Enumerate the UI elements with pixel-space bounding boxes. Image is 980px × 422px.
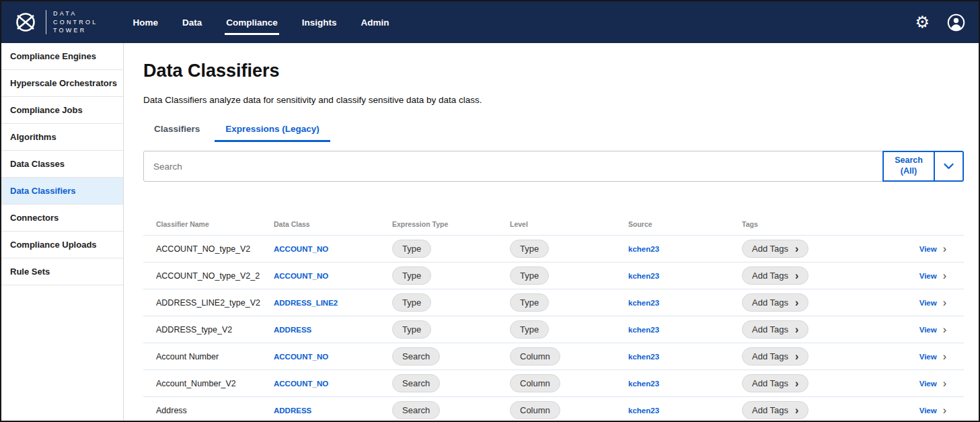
level-badge: Type: [510, 267, 549, 285]
add-tags-button[interactable]: Add Tags ›: [742, 267, 808, 285]
top-nav: Home Data Compliance Insights Admin: [133, 1, 389, 43]
table-header: Classifier Name Data Class Expression Ty…: [143, 213, 964, 236]
sidebar-item-label: Data Classifiers: [10, 186, 76, 196]
data-class-link[interactable]: ACCOUNT_NO: [274, 380, 392, 388]
add-tags-button[interactable]: Add Tags ›: [742, 293, 808, 312]
table-row: ADDRESS_type_V2 ADDRESS Type Type kchen2…: [143, 316, 964, 343]
topbar: DATA CONTROL TOWER Home Data Compliance …: [1, 1, 979, 43]
view-label: View: [919, 299, 937, 307]
nav-item-label: Insights: [302, 17, 337, 28]
brand-line-1: DATA: [53, 9, 98, 18]
add-tags-button[interactable]: Add Tags ›: [742, 347, 808, 365]
column-header: Tags: [742, 220, 883, 228]
compliance-sidebar: Compliance Engines Hyperscale Orchestrat…: [1, 43, 124, 421]
add-tags-button[interactable]: Add Tags ›: [742, 320, 808, 339]
sidebar-item[interactable]: Compliance Uploads: [1, 232, 123, 258]
nav-item[interactable]: Admin: [361, 13, 389, 32]
chevron-down-icon: [944, 162, 954, 172]
source-link[interactable]: kchen23: [628, 326, 742, 334]
sidebar-item[interactable]: Rule Sets: [1, 258, 123, 285]
column-header: Source: [628, 220, 742, 228]
settings-gear-icon[interactable]: ⚙: [915, 14, 930, 30]
classifier-name: ACCOUNT_NO_type_V2: [156, 244, 274, 254]
view-button[interactable]: View ›: [883, 405, 964, 416]
view-button[interactable]: View ›: [883, 271, 964, 281]
data-class-link[interactable]: ADDRESS_LINE2: [274, 299, 392, 307]
chevron-right-icon: ›: [943, 351, 946, 362]
add-tags-button[interactable]: Add Tags ›: [742, 401, 808, 419]
source-link[interactable]: kchen23: [628, 407, 742, 415]
data-class-link[interactable]: ACCOUNT_NO: [274, 353, 392, 361]
sidebar-item-label: Compliance Engines: [10, 51, 96, 61]
sidebar-item[interactable]: Compliance Jobs: [1, 97, 123, 124]
search-options-dropdown-button[interactable]: [935, 151, 964, 182]
source-link[interactable]: kchen23: [628, 353, 742, 361]
nav-item[interactable]: Home: [133, 13, 158, 32]
view-button[interactable]: View ›: [883, 244, 964, 254]
source-link[interactable]: kchen23: [628, 380, 742, 388]
add-tags-label: Add Tags: [752, 378, 788, 388]
expression-type-badge: Search: [392, 374, 440, 392]
data-class-link[interactable]: ADDRESS: [274, 326, 392, 334]
table-row: Address ADDRESS Search Column kchen23 Ad…: [143, 397, 964, 421]
nav-item[interactable]: Compliance: [226, 13, 278, 32]
brand-line-3: TOWER: [53, 26, 98, 35]
sidebar-item-label: Hyperscale Orchestrators: [10, 78, 117, 88]
sidebar-item[interactable]: Hyperscale Orchestrators: [1, 70, 123, 97]
nav-item-label: Compliance: [226, 17, 278, 28]
user-account-icon[interactable]: [947, 13, 965, 32]
expression-type-badge: Search: [392, 401, 440, 419]
add-tags-label: Add Tags: [752, 297, 788, 308]
table-row: ACCOUNT_NO_type_V2_2 ACCOUNT_NO Type Typ…: [143, 262, 964, 289]
level-badge: Column: [510, 374, 560, 392]
view-button[interactable]: View ›: [883, 378, 964, 389]
data-class-link[interactable]: ADDRESS: [274, 407, 392, 415]
add-tags-label: Add Tags: [752, 244, 788, 254]
view-button[interactable]: View ›: [883, 324, 964, 335]
level-badge: Column: [510, 347, 560, 365]
add-tags-label: Add Tags: [752, 351, 788, 361]
sidebar-item-label: Algorithms: [10, 132, 56, 142]
sidebar-item[interactable]: Compliance Engines: [1, 43, 123, 70]
classifier-name: ADDRESS_type_V2: [156, 325, 274, 335]
nav-item[interactable]: Insights: [302, 13, 337, 32]
add-tags-label: Add Tags: [752, 324, 788, 335]
expression-type-badge: Type: [392, 267, 431, 285]
sidebar-item[interactable]: Algorithms: [1, 124, 123, 151]
chevron-right-icon: ›: [943, 378, 946, 389]
expression-type-badge: Search: [392, 347, 440, 365]
column-header: Data Class: [274, 220, 392, 228]
dct-logo-icon[interactable]: [11, 11, 40, 34]
column-header: Classifier Name: [156, 220, 274, 228]
view-button[interactable]: View ›: [883, 351, 964, 362]
nav-item[interactable]: Data: [182, 13, 202, 32]
page-title: Data Classifiers: [143, 61, 964, 81]
sidebar-item[interactable]: Data Classifiers: [1, 178, 123, 205]
add-tags-label: Add Tags: [752, 271, 788, 281]
source-link[interactable]: kchen23: [628, 272, 742, 280]
view-button[interactable]: View ›: [883, 297, 964, 308]
add-tags-button[interactable]: Add Tags ›: [742, 374, 808, 392]
level-badge: Type: [510, 320, 549, 339]
search-all-button[interactable]: Search (All): [882, 151, 935, 182]
brand-line-2: CONTROL: [53, 18, 98, 27]
data-class-link[interactable]: ACCOUNT_NO: [274, 272, 392, 280]
chevron-right-icon: ›: [795, 351, 798, 362]
chevron-right-icon: ›: [795, 244, 798, 254]
chevron-right-icon: ›: [943, 324, 946, 335]
sidebar-item[interactable]: Data Classes: [1, 151, 123, 178]
tab[interactable]: Classifiers: [143, 118, 211, 142]
search-input[interactable]: [143, 151, 964, 182]
tab[interactable]: Expressions (Legacy): [215, 118, 330, 142]
add-tags-button[interactable]: Add Tags ›: [742, 240, 808, 258]
tab-label: Expressions (Legacy): [225, 124, 319, 134]
source-link[interactable]: kchen23: [628, 299, 742, 307]
column-header: Level: [510, 220, 628, 228]
sidebar-item-label: Rule Sets: [10, 267, 50, 277]
nav-item-label: Admin: [361, 17, 389, 28]
sidebar-item[interactable]: Connectors: [1, 205, 123, 232]
data-class-link[interactable]: ACCOUNT_NO: [274, 245, 392, 253]
view-label: View: [919, 272, 937, 280]
expression-type-badge: Type: [392, 293, 431, 312]
source-link[interactable]: kchen23: [628, 245, 742, 253]
